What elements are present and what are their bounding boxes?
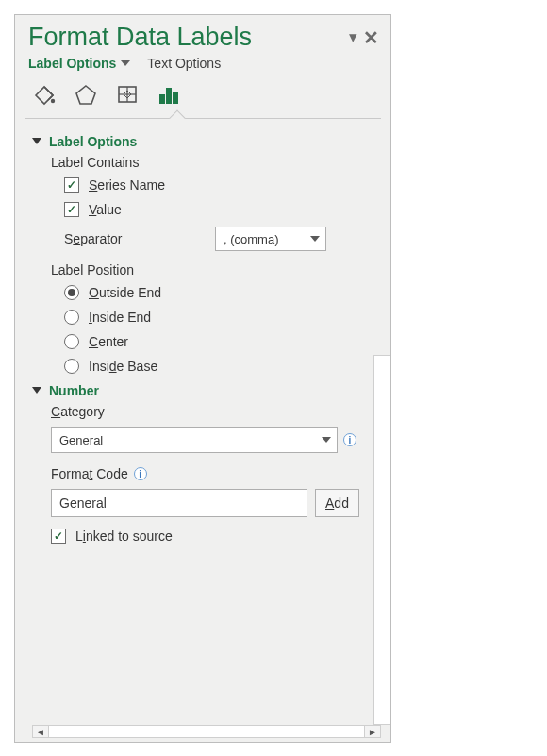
chevron-down-icon (310, 236, 320, 242)
tab-row: Label Options Text Options (15, 54, 390, 78)
radio-inside-base[interactable]: Inside Base (64, 359, 370, 374)
radio-outside-end[interactable]: Outside End (64, 285, 370, 300)
separator-label: Separator (64, 231, 206, 246)
svg-rect-6 (166, 88, 172, 104)
checkbox-value[interactable]: Value (64, 202, 370, 217)
scroll-right-icon[interactable]: ► (364, 725, 381, 738)
info-icon[interactable]: i (343, 433, 356, 446)
format-code-input[interactable] (51, 489, 307, 517)
radio-center-label: Center (89, 334, 128, 349)
add-button[interactable]: Add (315, 489, 359, 517)
info-icon[interactable]: i (134, 467, 147, 480)
svg-point-0 (51, 99, 55, 103)
label-position-heading: Label Position (51, 262, 370, 277)
titlebar: Format Data Labels ▾ ✕ (15, 15, 390, 54)
separator-value: , (comma) (224, 232, 279, 246)
separator-dropdown[interactable]: , (comma) (215, 227, 326, 251)
format-code-label: Format Code i (51, 466, 370, 481)
category-dropdown[interactable]: General (51, 427, 338, 453)
radio-inside-base-label: Inside Base (89, 359, 157, 374)
size-properties-icon[interactable] (111, 80, 143, 109)
radio-inside-end-label: Inside End (89, 310, 151, 325)
checkbox-linked-to-source[interactable]: Linked to source (51, 529, 370, 544)
category-value: General (59, 433, 103, 447)
chevron-down-icon (322, 437, 331, 443)
svg-rect-5 (159, 94, 165, 104)
format-data-labels-panel: Format Data Labels ▾ ✕ Label Options Tex… (14, 14, 391, 743)
checkbox-series-name[interactable]: Series Name (64, 177, 370, 193)
panel-title: Format Data Labels (28, 23, 349, 52)
section-number-header[interactable]: Number (32, 383, 370, 398)
tab-label-options[interactable]: Label Options (28, 56, 130, 71)
radio-inside-end[interactable]: Inside End (64, 310, 370, 325)
label-contains-heading: Label Contains (51, 155, 370, 170)
checkbox-icon (51, 529, 66, 544)
content-area: Label Options Label Contains Series Name… (15, 119, 373, 725)
category-icon-row (15, 78, 390, 118)
radio-outside-end-label: Outside End (89, 285, 161, 300)
scroll-left-icon[interactable]: ◄ (32, 725, 49, 738)
radio-icon (64, 310, 79, 325)
tab-text-options[interactable]: Text Options (147, 56, 221, 71)
section-label-options-header[interactable]: Label Options (32, 134, 370, 149)
label-options-icon[interactable] (153, 80, 185, 109)
tab-text-options-text: Text Options (147, 56, 221, 71)
fill-line-icon[interactable] (28, 80, 60, 109)
checkbox-icon (64, 202, 79, 217)
effects-icon[interactable] (70, 80, 102, 109)
close-icon[interactable]: ✕ (363, 28, 379, 47)
divider (25, 118, 381, 119)
tab-label-options-text: Label Options (28, 56, 116, 71)
section-number-title: Number (49, 383, 99, 398)
svg-marker-1 (76, 86, 95, 104)
task-pane-options-icon[interactable]: ▾ (349, 29, 357, 45)
checkbox-icon (64, 177, 79, 193)
checkbox-value-label: Value (89, 202, 122, 217)
svg-rect-7 (173, 92, 178, 104)
category-label: Category (51, 404, 370, 419)
collapse-icon (32, 138, 41, 144)
checkbox-linked-label: Linked to source (75, 529, 173, 544)
vertical-scrollbar[interactable] (373, 119, 390, 725)
checkbox-series-name-label: Series Name (89, 177, 165, 193)
chevron-down-icon (121, 60, 130, 66)
radio-icon (64, 359, 79, 374)
radio-center[interactable]: Center (64, 334, 370, 349)
radio-icon (64, 334, 79, 349)
horizontal-scrollbar[interactable]: ◄ ► (15, 725, 390, 742)
section-label-options-title: Label Options (49, 134, 137, 149)
radio-icon (64, 285, 79, 300)
collapse-icon (32, 387, 41, 394)
